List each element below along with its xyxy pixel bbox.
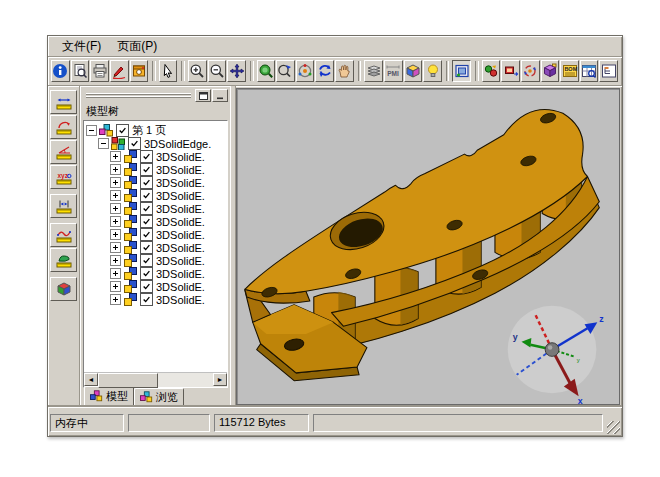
model-tree-list-button[interactable] (599, 60, 618, 82)
tree-item-part[interactable]: 3DSolidE. (86, 241, 227, 254)
measure-area-button[interactable] (50, 248, 77, 272)
checkbox-checked[interactable] (140, 189, 153, 202)
tree-item-part[interactable]: 3DSolidE. (86, 254, 227, 267)
pages-icon (99, 124, 114, 137)
tab-browse[interactable]: 浏览 (134, 388, 184, 407)
expand-icon[interactable] (110, 255, 121, 266)
tree-item-part[interactable]: 3DSolidE. (86, 280, 227, 293)
select-button[interactable] (159, 60, 178, 82)
tree-item-part[interactable]: 3DSolidE. (86, 202, 227, 215)
expand-icon[interactable] (110, 190, 121, 201)
snapshot-button[interactable] (130, 60, 149, 82)
checkbox-checked[interactable] (140, 228, 153, 241)
checkbox-checked[interactable] (140, 176, 153, 189)
checkbox-checked[interactable] (140, 202, 153, 215)
expand-icon[interactable] (110, 242, 121, 253)
part-tools-button[interactable] (482, 60, 501, 82)
collapse-icon[interactable] (98, 138, 109, 149)
measure-radius-button[interactable] (50, 115, 77, 139)
checkbox-checked[interactable] (140, 293, 153, 306)
panel-close-button[interactable] (212, 89, 228, 102)
rotate-view-button[interactable] (315, 60, 334, 82)
expand-icon[interactable] (110, 164, 121, 175)
resize-grip[interactable] (607, 421, 620, 434)
print-button[interactable] (90, 60, 109, 82)
expand-icon[interactable] (110, 294, 121, 305)
tree-item-part[interactable]: 3DSolidE. (86, 293, 227, 306)
tree-item-part[interactable]: 3DSolidE. (86, 176, 227, 189)
tree-item-part[interactable]: 3DSolidE. (86, 163, 227, 176)
expand-icon[interactable] (110, 216, 121, 227)
select-arrow-icon (160, 63, 176, 79)
info-button[interactable] (51, 60, 70, 82)
checkbox-checked[interactable] (140, 215, 153, 228)
assembly-cube-button[interactable] (541, 60, 560, 82)
gizmo-z-label: z (599, 314, 604, 324)
expand-icon[interactable] (110, 229, 121, 240)
panel-float-button[interactable] (195, 89, 211, 102)
zoom-in-button[interactable] (188, 60, 207, 82)
bom-button[interactable]: BOM (560, 60, 579, 82)
tab-model[interactable]: 模型 (84, 386, 134, 407)
lighting-button[interactable] (423, 60, 442, 82)
tree-item-page[interactable]: 第 1 页 (86, 124, 227, 137)
measure-angle-button[interactable] (50, 140, 77, 164)
view-cube-button[interactable] (404, 60, 423, 82)
measure-coordinate-button[interactable]: xyz (50, 165, 77, 189)
print-preview-button[interactable] (71, 60, 90, 82)
tree-item-assembly[interactable]: 3DSolidEdge. (86, 137, 227, 150)
viewport-3d[interactable]: z x y y (236, 88, 620, 405)
printer-icon (92, 63, 108, 79)
tree-item-part[interactable]: 3DSolidE. (86, 267, 227, 280)
zoom-select-button[interactable] (276, 60, 295, 82)
pan-hand-button[interactable] (335, 60, 354, 82)
expand-icon[interactable] (110, 203, 121, 214)
checkbox-checked[interactable] (140, 241, 153, 254)
layers-button[interactable] (364, 60, 383, 82)
measure-gap-button[interactable] (50, 194, 77, 218)
scroll-track[interactable] (98, 373, 213, 387)
rotate-assembly-button[interactable] (521, 60, 540, 82)
scroll-thumb[interactable] (98, 373, 158, 388)
model-tree: 第 1 页 3DSolidEdge. 3DSolidE. 3DSoli (83, 120, 228, 388)
tree-item-part[interactable]: 3DSolidE. (86, 228, 227, 241)
zoom-out-button[interactable] (208, 60, 227, 82)
checkbox-checked[interactable] (116, 124, 129, 137)
expand-icon[interactable] (110, 151, 121, 162)
toolbar-separator (152, 61, 156, 81)
measure-volume-button[interactable] (50, 277, 77, 301)
tab-label: 浏览 (156, 390, 178, 405)
expand-icon[interactable] (110, 281, 121, 292)
measure-distance-button[interactable] (50, 90, 77, 114)
markup-button[interactable] (110, 60, 129, 82)
part-cube-icon (123, 293, 138, 306)
tree-item-part[interactable]: 3DSolidE. (86, 215, 227, 228)
collapse-icon[interactable] (86, 125, 97, 136)
panel-gripper[interactable] (86, 93, 191, 99)
zoom-window-button[interactable] (257, 60, 276, 82)
checkbox-checked[interactable] (128, 137, 141, 150)
checkbox-checked[interactable] (140, 150, 153, 163)
orientation-gizmo[interactable]: z x y y (508, 306, 605, 404)
menu-page[interactable]: 页面(P) (109, 37, 165, 56)
table-search-button[interactable] (580, 60, 599, 82)
expand-icon[interactable] (110, 268, 121, 279)
move-part-button[interactable] (501, 60, 520, 82)
checkbox-checked[interactable] (140, 280, 153, 293)
tree-item-part[interactable]: 3DSolidE. (86, 189, 227, 202)
tree-item-part[interactable]: 3DSolidE. (86, 150, 227, 163)
checkbox-checked[interactable] (140, 163, 153, 176)
measure-curve-button[interactable] (50, 223, 77, 247)
expand-icon[interactable] (110, 177, 121, 188)
checkbox-checked[interactable] (140, 254, 153, 267)
frame-view-button[interactable] (452, 60, 471, 82)
tree-part-rows: 3DSolidE. 3DSolidE. 3DSolidE. 3DSolidE. … (86, 150, 227, 306)
pan-button[interactable] (227, 60, 246, 82)
orbit-button[interactable] (296, 60, 315, 82)
scroll-left-button[interactable]: ◄ (84, 373, 98, 386)
checkbox-checked[interactable] (140, 267, 153, 280)
scroll-right-button[interactable]: ► (213, 373, 227, 386)
svg-text:BOM: BOM (564, 66, 577, 72)
menu-file[interactable]: 文件(F) (54, 37, 109, 56)
pmi-button[interactable]: PMI (384, 60, 403, 82)
